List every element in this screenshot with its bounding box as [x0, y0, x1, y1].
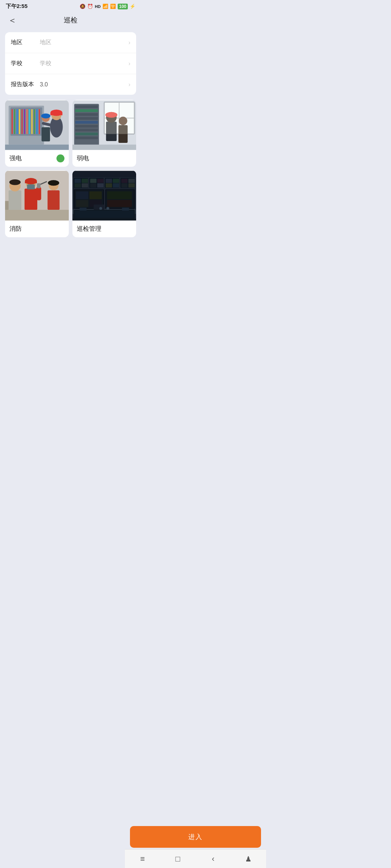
svg-point-104	[99, 207, 102, 210]
svg-rect-78	[90, 183, 97, 188]
svg-rect-85	[128, 179, 135, 183]
svg-rect-102	[80, 208, 87, 210]
svg-rect-79	[97, 183, 104, 188]
alarm-icon: ⏰	[87, 4, 93, 9]
svg-rect-33	[75, 113, 98, 116]
fire-card[interactable]: 消防	[5, 170, 69, 237]
svg-rect-37	[75, 129, 98, 132]
svg-rect-65	[5, 201, 9, 210]
svg-rect-18	[50, 113, 62, 115]
svg-point-64	[48, 180, 59, 186]
svg-rect-50	[9, 190, 21, 210]
svg-rect-34	[75, 117, 98, 120]
svg-rect-80	[106, 179, 112, 183]
weak-electric-label-row: 弱电	[72, 150, 136, 167]
region-value: 地区	[40, 39, 127, 46]
category-grid: 强电	[5, 100, 136, 237]
form-card: 地区 地区 › 学校 学校 › 报告版本 3.0 ›	[5, 32, 136, 95]
status-time: 下午2:55	[6, 3, 28, 10]
svg-rect-53	[25, 188, 37, 210]
svg-rect-72	[75, 179, 81, 183]
active-status-dot	[56, 154, 64, 162]
svg-point-105	[106, 207, 109, 210]
school-label: 学校	[11, 60, 37, 67]
svg-rect-93	[89, 191, 102, 199]
svg-rect-46	[104, 102, 134, 134]
svg-rect-81	[113, 179, 119, 183]
patrol-card[interactable]: 巡检管理	[72, 170, 136, 237]
svg-rect-76	[90, 179, 97, 183]
signal-icon: 📶	[102, 4, 108, 9]
svg-rect-84	[121, 179, 128, 183]
svg-rect-94	[76, 200, 88, 207]
svg-rect-62	[47, 190, 59, 210]
region-label: 地区	[11, 39, 37, 46]
svg-rect-45	[72, 145, 136, 150]
svg-point-55	[25, 178, 37, 184]
back-button[interactable]: ＜	[6, 14, 19, 27]
header: ＜ 巡检	[0, 11, 141, 29]
svg-rect-73	[81, 179, 88, 183]
strong-electric-label: 强电	[9, 154, 22, 162]
patrol-label-row: 巡检管理	[72, 221, 136, 237]
svg-rect-101	[75, 210, 134, 218]
school-arrow-icon: ›	[129, 60, 130, 67]
svg-rect-87	[128, 183, 135, 188]
school-value: 学校	[40, 60, 127, 67]
svg-rect-82	[106, 183, 112, 188]
report-version-row[interactable]: 报告版本 3.0 ›	[5, 74, 136, 95]
svg-rect-32	[75, 109, 98, 112]
report-version-value: 3.0	[40, 81, 127, 88]
svg-rect-103	[122, 208, 129, 210]
svg-point-52	[9, 179, 21, 185]
svg-rect-75	[81, 183, 88, 188]
patrol-image	[72, 170, 136, 221]
school-row[interactable]: 学校 学校 ›	[5, 53, 136, 74]
svg-rect-23	[5, 145, 69, 150]
svg-rect-74	[75, 183, 81, 188]
status-bar: 下午2:55 🔕 ⏰ HD 📶 🛜 100 ⚡	[0, 0, 141, 11]
status-icons: 🔕 ⏰ HD 📶 🛜 100 ⚡	[80, 4, 135, 9]
weak-electric-label: 弱电	[77, 154, 89, 162]
svg-line-61	[30, 194, 36, 195]
patrol-label: 巡检管理	[77, 225, 101, 233]
svg-rect-83	[113, 183, 119, 188]
charge-icon: ⚡	[130, 4, 135, 9]
svg-point-21	[41, 114, 50, 119]
battery-icon: 100	[118, 4, 128, 9]
svg-rect-106	[72, 219, 136, 221]
svg-rect-86	[121, 183, 128, 188]
strong-electric-image	[5, 100, 69, 150]
svg-rect-99	[94, 204, 104, 210]
wifi-icon: 🛜	[110, 4, 116, 9]
svg-rect-39	[75, 136, 98, 139]
weak-electric-image	[72, 100, 136, 150]
svg-rect-96	[107, 191, 132, 199]
svg-rect-35	[75, 121, 98, 124]
svg-line-19	[43, 123, 51, 125]
svg-rect-22	[42, 127, 50, 141]
report-version-arrow-icon: ›	[129, 81, 130, 88]
svg-rect-67	[72, 171, 136, 178]
svg-rect-49	[5, 210, 69, 220]
report-version-label: 报告版本	[11, 81, 37, 88]
region-arrow-icon: ›	[129, 39, 130, 46]
hd-icon: HD	[95, 4, 101, 9]
svg-rect-97	[107, 200, 132, 207]
fire-label-row: 消防	[5, 221, 69, 237]
strong-electric-label-row: 强电	[5, 150, 69, 167]
region-row[interactable]: 地区 地区 ›	[5, 32, 136, 53]
svg-rect-57	[27, 184, 35, 190]
fire-label: 消防	[9, 225, 22, 233]
strong-electric-card[interactable]: 强电	[5, 100, 69, 167]
mute-icon: 🔕	[80, 4, 85, 9]
page-title: 巡检	[64, 16, 77, 25]
weak-electric-card[interactable]: 弱电	[72, 100, 136, 167]
svg-rect-59	[37, 183, 41, 188]
svg-rect-31	[75, 105, 98, 108]
svg-rect-38	[75, 133, 98, 136]
svg-rect-56	[25, 182, 37, 183]
fire-image	[5, 170, 69, 221]
svg-rect-92	[76, 191, 88, 199]
back-icon: ＜	[8, 14, 17, 26]
